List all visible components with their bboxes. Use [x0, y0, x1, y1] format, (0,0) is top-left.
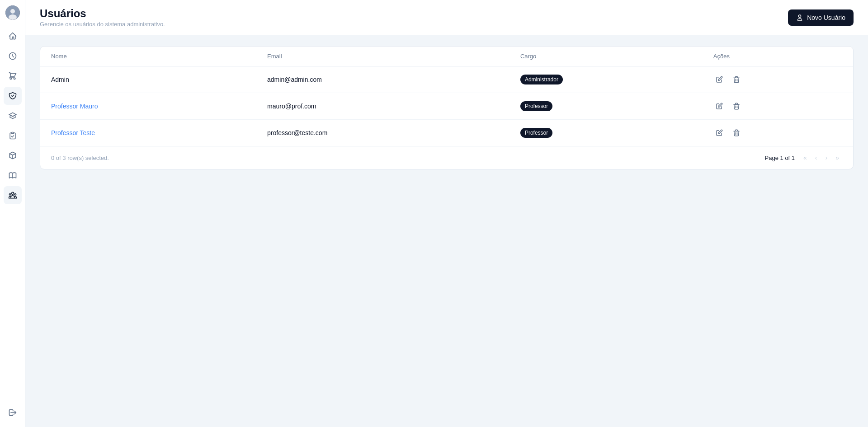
page-info: Page 1 of 1	[765, 155, 795, 161]
users-table: Nome Email Cargo Ações Adminadmin@admin.…	[40, 47, 853, 146]
prev-page-button[interactable]: ‹	[812, 152, 821, 164]
sidebar-item-cart[interactable]	[4, 67, 22, 85]
delete-button[interactable]	[731, 127, 742, 139]
col-acoes: Ações	[706, 47, 853, 66]
cell-cargo: Professor	[513, 93, 706, 120]
users-table-container: Nome Email Cargo Ações Adminadmin@admin.…	[40, 46, 854, 169]
new-user-label: Novo Usuário	[807, 14, 845, 21]
table-row: Professor Mauromauro@prof.comProfessor	[40, 93, 853, 120]
user-name-link[interactable]: Professor Mauro	[51, 103, 98, 110]
user-name-link[interactable]: Professor Teste	[51, 129, 95, 136]
sidebar-item-home[interactable]	[4, 27, 22, 45]
main-content: Usuários Gerencie os usuários do sistema…	[25, 0, 868, 427]
page-subtitle: Gerencie os usuários do sistema administ…	[40, 21, 165, 28]
cell-cargo: Administrador	[513, 66, 706, 93]
col-name: Nome	[40, 47, 260, 66]
avatar[interactable]	[5, 5, 20, 20]
sidebar-item-book[interactable]	[4, 166, 22, 184]
cell-email: mauro@prof.com	[260, 93, 513, 120]
rows-selected-label: 0 of 3 row(s) selected.	[51, 155, 109, 161]
svg-point-2	[9, 14, 17, 20]
cell-name[interactable]: Professor Mauro	[40, 93, 260, 120]
edit-button[interactable]	[713, 100, 725, 112]
edit-button[interactable]	[713, 74, 725, 85]
first-page-button[interactable]: «	[800, 152, 810, 164]
pagination: Page 1 of 1 « ‹ › »	[765, 152, 842, 164]
sidebar-item-checklist[interactable]	[4, 127, 22, 145]
cargo-badge: Administrador	[520, 75, 563, 84]
cell-name[interactable]: Professor Teste	[40, 120, 260, 146]
delete-button[interactable]	[731, 100, 742, 112]
cargo-badge: Professor	[520, 128, 552, 138]
sidebar-item-users[interactable]	[4, 186, 22, 204]
table-row: Professor Testeprofessor@teste.comProfes…	[40, 120, 853, 146]
cell-email: professor@teste.com	[260, 120, 513, 146]
header-left: Usuários Gerencie os usuários do sistema…	[40, 7, 165, 28]
cell-cargo: Professor	[513, 120, 706, 146]
delete-button[interactable]	[731, 74, 742, 85]
new-user-button[interactable]: Novo Usuário	[788, 9, 854, 26]
table-footer: 0 of 3 row(s) selected. Page 1 of 1 « ‹ …	[40, 146, 853, 169]
sidebar-item-analytics[interactable]	[4, 47, 22, 65]
col-cargo: Cargo	[513, 47, 706, 66]
cell-actions	[706, 66, 853, 93]
sidebar-item-shield[interactable]	[4, 87, 22, 105]
next-page-button[interactable]: ›	[822, 152, 831, 164]
sidebar-item-logout[interactable]	[4, 404, 22, 422]
table-row: Adminadmin@admin.comAdministrador	[40, 66, 853, 93]
table-header-row: Nome Email Cargo Ações	[40, 47, 853, 66]
col-email: Email	[260, 47, 513, 66]
sidebar-item-box[interactable]	[4, 146, 22, 164]
last-page-button[interactable]: »	[832, 152, 842, 164]
svg-point-1	[10, 9, 15, 14]
edit-button[interactable]	[713, 127, 725, 139]
cargo-badge: Professor	[520, 101, 552, 111]
cell-email: admin@admin.com	[260, 66, 513, 93]
page-header: Usuários Gerencie os usuários do sistema…	[25, 0, 868, 35]
page-title: Usuários	[40, 7, 165, 20]
content-area: Nome Email Cargo Ações Adminadmin@admin.…	[25, 35, 868, 427]
cell-actions	[706, 120, 853, 146]
sidebar	[0, 0, 25, 427]
sidebar-item-graduation[interactable]	[4, 107, 22, 125]
cell-actions	[706, 93, 853, 120]
cell-name: Admin	[40, 66, 260, 93]
